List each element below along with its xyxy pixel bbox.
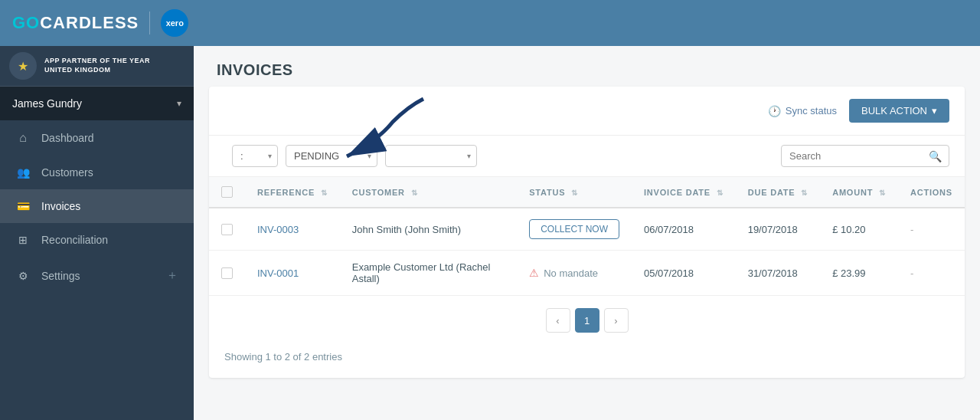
row1-reference: INV-0003	[245, 208, 340, 251]
award-text: APP PARTNER OF THE YEAR UNITED KINGDOM	[44, 57, 150, 74]
top-bar: GOCARDLESS xero	[0, 0, 980, 46]
row2-amount: £ 23.99	[820, 251, 898, 296]
invoices-icon: 💳	[15, 200, 31, 212]
filter-pending-select[interactable]: PENDING	[286, 145, 377, 167]
bulk-action-label: BULK ACTION	[861, 105, 927, 116]
row2-checkbox[interactable]	[221, 267, 233, 279]
search-icon: 🔍	[929, 150, 942, 162]
content-area: INVOICES 🕐 Sync status BULK ACTION ▾	[194, 46, 980, 420]
row1-invoice-link[interactable]: INV-0003	[257, 224, 299, 235]
logo-go: GO	[12, 13, 40, 32]
header-reference: REFERENCE ⇅	[245, 177, 340, 208]
row2-invoice-date: 05/07/2018	[632, 251, 736, 296]
no-mandate-status: ⚠ No mandate	[529, 267, 619, 279]
sort-customer-icon[interactable]: ⇅	[411, 189, 418, 197]
user-menu[interactable]: James Gundry ▾	[0, 87, 194, 120]
chevron-down-icon: ▾	[177, 98, 181, 109]
row1-due-date: 19/07/2018	[736, 208, 820, 251]
invoices-table: REFERENCE ⇅ CUSTOMER ⇅ STATUS ⇅	[209, 177, 965, 296]
sidebar-label-dashboard: Dashboard	[41, 132, 178, 144]
user-name: James Gundry	[12, 97, 82, 110]
header-status: STATUS ⇅	[517, 177, 632, 208]
plus-icon: ＋	[166, 267, 178, 284]
filters-row: : ▾ PENDING ▾ ▾	[209, 136, 965, 177]
award-icon: ★	[9, 52, 37, 80]
row1-amount: £ 10.20	[820, 208, 898, 251]
row1-customer: John Smith (John Smith)	[340, 208, 517, 251]
sort-due-date-icon[interactable]: ⇅	[801, 189, 808, 197]
customers-icon: 👥	[15, 166, 31, 179]
invoices-table-wrapper: REFERENCE ⇅ CUSTOMER ⇅ STATUS ⇅	[209, 177, 965, 296]
row2-status: ⚠ No mandate	[517, 251, 632, 296]
row1-status: COLLECT NOW	[517, 208, 632, 251]
sort-status-icon[interactable]: ⇅	[571, 189, 578, 197]
sidebar-item-dashboard[interactable]: ⌂ Dashboard	[0, 120, 194, 156]
row2-checkbox-cell	[209, 251, 245, 296]
search-wrapper: 🔍	[781, 145, 949, 167]
logo-divider	[149, 11, 150, 34]
filter-third-wrapper: ▾	[385, 145, 477, 167]
header-customer: CUSTOMER ⇅	[340, 177, 517, 208]
sidebar-label-reconciliation: Reconciliation	[41, 234, 178, 246]
page-title: INVOICES	[217, 61, 957, 79]
filter-colon-wrapper: : ▾	[232, 145, 278, 167]
row1-checkbox-cell	[209, 208, 245, 251]
bulk-action-button[interactable]: BULK ACTION ▾	[849, 99, 949, 123]
prev-page-button[interactable]: ‹	[546, 308, 570, 333]
search-input[interactable]	[781, 145, 949, 167]
row2-invoice-link[interactable]: INV-0001	[257, 267, 299, 279]
sync-icon: 🕐	[768, 105, 781, 117]
table-row: INV-0001 Example Customer Ltd (Rachel As…	[209, 251, 965, 296]
row1-invoice-date: 06/07/2018	[632, 208, 736, 251]
logo-cardless: CARDLESS	[40, 13, 139, 32]
sidebar-award-banner: ★ APP PARTNER OF THE YEAR UNITED KINGDOM	[0, 46, 194, 87]
filter-colon-select[interactable]: :	[232, 145, 278, 167]
reconciliation-icon: ⊞	[15, 234, 31, 246]
sidebar-item-customers[interactable]: 👥 Customers	[0, 156, 194, 189]
row1-actions: -	[898, 208, 965, 251]
row2-actions: -	[898, 251, 965, 296]
table-header-row: REFERENCE ⇅ CUSTOMER ⇅ STATUS ⇅	[209, 177, 965, 208]
filter-third-select[interactable]	[385, 145, 477, 167]
logo: GOCARDLESS	[12, 13, 139, 33]
settings-icon: ⚙	[15, 270, 31, 282]
collect-now-button[interactable]: COLLECT NOW	[529, 219, 619, 239]
row2-customer: Example Customer Ltd (Rachel Astall)	[340, 251, 517, 296]
header-checkbox-cell	[209, 177, 245, 208]
sync-status-label: Sync status	[786, 105, 837, 116]
main-layout: ★ APP PARTNER OF THE YEAR UNITED KINGDOM…	[0, 46, 980, 420]
sort-amount-icon[interactable]: ⇅	[879, 189, 886, 197]
header-due-date: DUE DATE ⇅	[736, 177, 820, 208]
sidebar-item-settings[interactable]: ⚙ Settings ＋	[0, 257, 194, 294]
no-mandate-label: No mandate	[544, 267, 598, 279]
sidebar-label-customers: Customers	[41, 166, 178, 179]
row2-due-date: 31/07/2018	[736, 251, 820, 296]
page-1-button[interactable]: 1	[575, 308, 599, 333]
header-actions: ACTIONS	[898, 177, 965, 208]
sidebar-label-invoices: Invoices	[41, 200, 178, 212]
pagination-row: ‹ 1 ›	[209, 296, 965, 345]
sort-invoice-date-icon[interactable]: ⇅	[717, 189, 724, 197]
row1-checkbox[interactable]	[221, 224, 233, 235]
select-all-checkbox[interactable]	[221, 186, 233, 198]
toolbar-right: 🕐 Sync status BULK ACTION ▾	[768, 99, 949, 123]
home-icon: ⌂	[15, 131, 31, 145]
xero-badge-text: xero	[166, 18, 184, 28]
invoices-card: 🕐 Sync status BULK ACTION ▾	[209, 87, 965, 378]
sidebar-item-invoices[interactable]: 💳 Invoices	[0, 189, 194, 223]
row2-reference: INV-0001	[245, 251, 340, 296]
header-amount: AMOUNT ⇅	[820, 177, 898, 208]
sidebar-label-settings: Settings	[41, 270, 155, 282]
header-invoice-date: INVOICE DATE ⇅	[632, 177, 736, 208]
bulk-action-arrow: ▾	[932, 105, 937, 116]
sync-status-button[interactable]: 🕐 Sync status	[768, 105, 837, 117]
sort-reference-icon[interactable]: ⇅	[321, 189, 328, 197]
page-header: INVOICES	[194, 46, 980, 87]
sidebar: ★ APP PARTNER OF THE YEAR UNITED KINGDOM…	[0, 46, 194, 420]
filter-pending-wrapper: PENDING ▾	[286, 145, 377, 167]
next-page-button[interactable]: ›	[604, 308, 629, 333]
xero-badge: xero	[161, 9, 188, 37]
sidebar-item-reconciliation[interactable]: ⊞ Reconciliation	[0, 223, 194, 257]
table-row: INV-0003 John Smith (John Smith) COLLECT…	[209, 208, 965, 251]
warning-icon: ⚠	[529, 267, 539, 279]
